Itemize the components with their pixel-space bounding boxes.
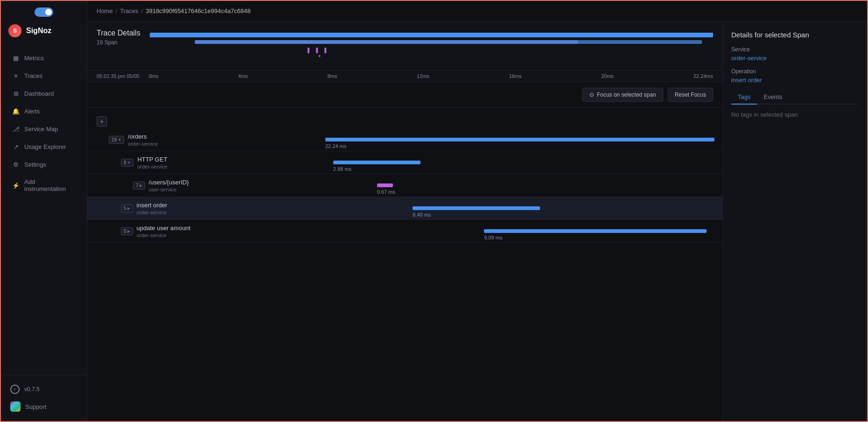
- span-info-orders: /orders order-service: [128, 133, 158, 147]
- span-info-insert: insert order order-service: [137, 202, 168, 215]
- trace-header: Trace Details 19 Span: [87, 21, 722, 70]
- timeline-ruler: 05:01:35 pm 05/05 0ms 4ms 8ms 12ms 16ms …: [87, 70, 722, 82]
- trace-toolbar: ⊙ Focus on selected span Reset Focus: [87, 82, 722, 108]
- support-link[interactable]: Support: [5, 398, 83, 415]
- span-bar-insert: [413, 206, 539, 210]
- bar-area-update: 9.09 ms: [325, 220, 722, 242]
- span-count-insert-val: 5: [124, 206, 126, 211]
- support-label: Support: [25, 403, 47, 410]
- bell-icon: 🔔: [12, 107, 20, 115]
- span-name-http-get: HTTP GET: [137, 156, 167, 163]
- bar-area-users: 0.67 ms: [325, 174, 722, 197]
- sidebar-item-traces[interactable]: ≡ Traces: [5, 67, 83, 84]
- bar-area-orders: 22.24 ms: [325, 128, 722, 151]
- filter-icon: ⊙: [589, 91, 594, 98]
- trace-title: Trace Details: [97, 29, 140, 37]
- breadcrumb-traces[interactable]: Traces: [120, 7, 138, 14]
- sidebar: S SigNoz ▦ Metrics ≡ Traces ⊞ Dashboard …: [1, 1, 87, 421]
- span-count-http-get[interactable]: 8 ▼: [121, 159, 133, 167]
- span-indent-insert: 5 ▶ insert order order-service: [87, 202, 325, 215]
- span-count-orders-val: 19: [112, 137, 117, 142]
- reset-focus-button[interactable]: Reset Focus: [668, 88, 713, 102]
- span-bar-http-get: [333, 161, 420, 164]
- reset-btn-label: Reset Focus: [675, 91, 706, 98]
- operation-value[interactable]: insert order: [731, 77, 859, 84]
- span-row-update-user[interactable]: 5 ▶ update user amount order-service 9.0…: [87, 220, 722, 243]
- span-row-users-userid[interactable]: 7 ▶ /users/{userID} user-service 0.67 ms: [87, 174, 722, 197]
- svg-rect-5: [324, 48, 326, 53]
- sidebar-label-usage-explorer: Usage Explorer: [24, 143, 66, 150]
- span-count-update[interactable]: 5 ▶: [121, 227, 133, 235]
- version-label: v0.7.5: [24, 386, 40, 393]
- span-name-update: update user amount: [137, 225, 191, 232]
- breadcrumb-trace-id: 3918c990f65417646c1e994c4a7c6848: [146, 7, 251, 14]
- operation-label: Operation: [731, 68, 859, 75]
- zap-icon: ⚡: [12, 182, 20, 189]
- span-count-http-get-val: 8: [124, 160, 126, 165]
- span-indent-update: 5 ▶ update user amount order-service: [87, 225, 325, 238]
- span-bar-users: [377, 183, 393, 187]
- sidebar-bottom: ✓ v0.7.5 Support: [1, 375, 87, 421]
- span-row-insert-order[interactable]: 5 ▶ insert order order-service 8.40 ms: [87, 197, 722, 220]
- tick-end: 22.24ms: [693, 73, 713, 79]
- trace-area: Trace Details 19 Span: [87, 21, 867, 421]
- logo-text: SigNoz: [26, 27, 51, 35]
- tick-12ms: 12ms: [417, 73, 429, 79]
- tab-tags[interactable]: Tags: [731, 90, 757, 105]
- bar-chart-icon: ▦: [12, 54, 20, 62]
- chevron-http-get: ▼: [127, 161, 131, 165]
- right-panel: Details for selected Span Service order-…: [722, 21, 867, 421]
- list-icon: ≡: [12, 72, 20, 79]
- panel-empty-message: No tags in selected span: [731, 111, 859, 118]
- tick-4ms: 4ms: [238, 73, 248, 79]
- span-info-update: update user amount order-service: [137, 225, 191, 238]
- expand-all-button[interactable]: +: [97, 116, 107, 127]
- sidebar-item-settings[interactable]: ⚙ Settings: [5, 156, 83, 173]
- sidebar-item-service-map[interactable]: ⎇ Service Map: [5, 120, 83, 137]
- span-count-insert[interactable]: 5 ▶: [121, 204, 133, 212]
- main-content: Home / Traces / 3918c990f65417646c1e994c…: [87, 1, 867, 421]
- span-service-orders: order-service: [128, 141, 158, 147]
- tab-events[interactable]: Events: [757, 90, 789, 105]
- breadcrumb: Home / Traces / 3918c990f65417646c1e994c…: [87, 1, 867, 21]
- svg-rect-3: [308, 48, 309, 53]
- span-service-update: order-service: [137, 232, 191, 238]
- sidebar-item-alerts[interactable]: 🔔 Alerts: [5, 103, 83, 120]
- chevron-insert: ▶: [127, 206, 130, 211]
- panel-title: Details for selected Span: [731, 31, 859, 39]
- tick-20ms: 20ms: [601, 73, 614, 79]
- sidebar-item-dashboard[interactable]: ⊞ Dashboard: [5, 85, 83, 102]
- theme-toggle[interactable]: [35, 7, 53, 17]
- sidebar-label-dashboard: Dashboard: [24, 90, 54, 97]
- service-label: Service: [731, 46, 859, 53]
- grid-icon: ⊞: [12, 90, 20, 97]
- sidebar-item-usage-explorer[interactable]: ↗ Usage Explorer: [5, 138, 83, 155]
- sidebar-item-add-instrumentation[interactable]: ⚡ Add instrumentation: [5, 174, 83, 197]
- svg-rect-6: [319, 55, 320, 57]
- chevron-orders: ▼: [118, 138, 121, 142]
- span-row-http-get[interactable]: 8 ▼ HTTP GET order-service 2.88 ms: [87, 151, 722, 174]
- service-value[interactable]: order-service: [731, 55, 859, 62]
- span-row-orders[interactable]: 19 ▼ /orders order-service 22.24 ms: [87, 128, 722, 151]
- slack-icon: [10, 401, 21, 412]
- span-service-http-get: order-service: [137, 164, 167, 169]
- breadcrumb-home[interactable]: Home: [97, 7, 113, 14]
- breadcrumb-sep-2: /: [141, 7, 143, 14]
- span-count-users-val: 7: [136, 183, 139, 188]
- span-count-users[interactable]: 7 ▶: [133, 182, 145, 190]
- span-name-users: /users/{userID}: [149, 179, 189, 186]
- sidebar-label-metrics: Metrics: [24, 55, 44, 62]
- settings-icon: ⚙: [12, 161, 20, 168]
- ruler-ticks: 0ms 4ms 8ms 12ms 16ms 20ms 22.24ms: [149, 73, 713, 79]
- span-count-orders[interactable]: 19 ▼: [109, 136, 124, 144]
- svg-rect-0: [150, 33, 713, 37]
- sidebar-label-add-instrumentation: Add instrumentation: [24, 178, 76, 192]
- panel-tabs: Tags Events: [731, 90, 859, 105]
- focus-selected-span-button[interactable]: ⊙ Focus on selected span: [582, 88, 663, 102]
- bar-area-insert: 8.40 ms: [325, 197, 722, 219]
- trending-up-icon: ↗: [12, 143, 20, 150]
- span-bar-orders: [325, 138, 714, 141]
- sidebar-item-metrics[interactable]: ▦ Metrics: [5, 49, 83, 66]
- svg-rect-2: [195, 40, 702, 44]
- logo: S SigNoz: [1, 21, 87, 45]
